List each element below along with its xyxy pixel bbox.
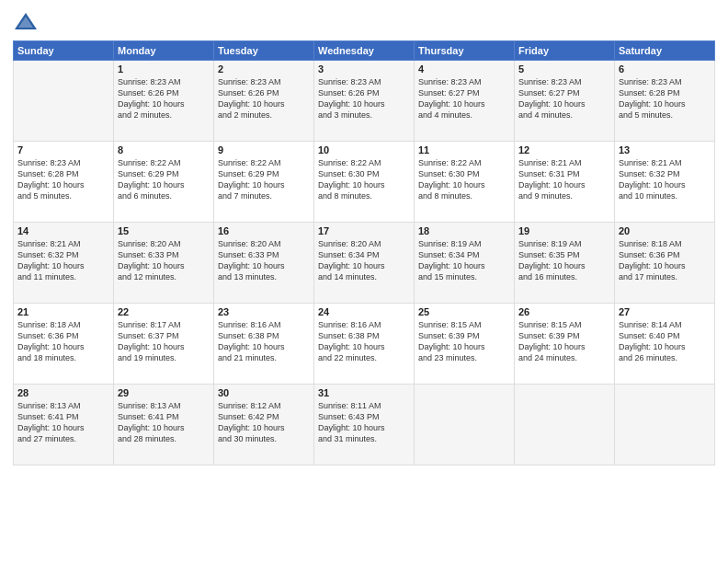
day-number: 31 <box>318 387 410 398</box>
day-number: 26 <box>518 306 610 317</box>
day-number: 7 <box>17 144 109 155</box>
day-cell: 18Sunrise: 8:19 AMSunset: 6:34 PMDayligh… <box>415 223 515 304</box>
day-info: Sunrise: 8:23 AMSunset: 6:27 PMDaylight:… <box>518 76 610 121</box>
day-cell <box>515 385 615 465</box>
day-info: Sunrise: 8:14 AMSunset: 6:40 PMDaylight:… <box>619 319 711 364</box>
day-cell <box>615 385 715 465</box>
day-info: Sunrise: 8:15 AMSunset: 6:39 PMDaylight:… <box>418 319 510 364</box>
day-info: Sunrise: 8:22 AMSunset: 6:29 PMDaylight:… <box>118 157 210 202</box>
day-number: 23 <box>218 306 310 317</box>
day-number: 15 <box>118 225 210 236</box>
day-cell: 30Sunrise: 8:12 AMSunset: 6:42 PMDayligh… <box>214 385 314 465</box>
day-info: Sunrise: 8:23 AMSunset: 6:27 PMDaylight:… <box>418 76 510 121</box>
day-info: Sunrise: 8:20 AMSunset: 6:33 PMDaylight:… <box>118 238 210 283</box>
day-number: 24 <box>318 306 410 317</box>
day-number: 29 <box>118 387 210 398</box>
header-cell-tuesday: Tuesday <box>214 41 314 61</box>
day-cell: 12Sunrise: 8:21 AMSunset: 6:31 PMDayligh… <box>515 142 615 223</box>
day-info: Sunrise: 8:20 AMSunset: 6:34 PMDaylight:… <box>318 238 410 283</box>
day-cell: 15Sunrise: 8:20 AMSunset: 6:33 PMDayligh… <box>114 223 214 304</box>
day-info: Sunrise: 8:18 AMSunset: 6:36 PMDaylight:… <box>619 238 711 283</box>
header-cell-thursday: Thursday <box>415 41 515 61</box>
day-cell: 9Sunrise: 8:22 AMSunset: 6:29 PMDaylight… <box>214 142 314 223</box>
page: SundayMondayTuesdayWednesdayThursdayFrid… <box>0 0 728 563</box>
day-number: 2 <box>218 63 310 75</box>
day-cell: 28Sunrise: 8:13 AMSunset: 6:41 PMDayligh… <box>14 385 114 465</box>
day-cell: 16Sunrise: 8:20 AMSunset: 6:33 PMDayligh… <box>214 223 314 304</box>
day-cell: 29Sunrise: 8:13 AMSunset: 6:41 PMDayligh… <box>114 385 214 465</box>
day-info: Sunrise: 8:23 AMSunset: 6:28 PMDaylight:… <box>619 76 711 121</box>
day-cell: 27Sunrise: 8:14 AMSunset: 6:40 PMDayligh… <box>615 304 715 385</box>
day-number: 12 <box>518 144 610 155</box>
day-info: Sunrise: 8:13 AMSunset: 6:41 PMDaylight:… <box>118 400 210 445</box>
logo <box>13 9 42 35</box>
day-cell: 13Sunrise: 8:21 AMSunset: 6:32 PMDayligh… <box>615 142 715 223</box>
logo-icon <box>13 9 39 35</box>
day-cell: 5Sunrise: 8:23 AMSunset: 6:27 PMDaylight… <box>515 61 615 142</box>
day-number: 27 <box>619 306 711 317</box>
week-row-4: 21Sunrise: 8:18 AMSunset: 6:36 PMDayligh… <box>14 304 715 385</box>
day-number: 10 <box>318 144 410 155</box>
day-cell: 17Sunrise: 8:20 AMSunset: 6:34 PMDayligh… <box>314 223 415 304</box>
day-cell <box>415 385 515 465</box>
day-info: Sunrise: 8:22 AMSunset: 6:29 PMDaylight:… <box>218 157 310 202</box>
day-info: Sunrise: 8:19 AMSunset: 6:34 PMDaylight:… <box>418 238 510 283</box>
week-row-5: 28Sunrise: 8:13 AMSunset: 6:41 PMDayligh… <box>14 385 715 465</box>
day-cell: 31Sunrise: 8:11 AMSunset: 6:43 PMDayligh… <box>314 385 415 465</box>
day-cell: 23Sunrise: 8:16 AMSunset: 6:38 PMDayligh… <box>214 304 314 385</box>
day-cell: 14Sunrise: 8:21 AMSunset: 6:32 PMDayligh… <box>14 223 114 304</box>
header-cell-saturday: Saturday <box>615 41 715 61</box>
day-cell: 3Sunrise: 8:23 AMSunset: 6:26 PMDaylight… <box>314 61 415 142</box>
day-cell: 11Sunrise: 8:22 AMSunset: 6:30 PMDayligh… <box>415 142 515 223</box>
day-info: Sunrise: 8:19 AMSunset: 6:35 PMDaylight:… <box>518 238 610 283</box>
day-info: Sunrise: 8:23 AMSunset: 6:26 PMDaylight:… <box>218 76 310 121</box>
day-number: 9 <box>218 144 310 155</box>
day-info: Sunrise: 8:16 AMSunset: 6:38 PMDaylight:… <box>318 319 410 364</box>
day-number: 5 <box>518 63 610 75</box>
day-info: Sunrise: 8:23 AMSunset: 6:28 PMDaylight:… <box>17 157 109 202</box>
day-number: 20 <box>619 225 711 236</box>
header-cell-friday: Friday <box>515 41 615 61</box>
day-info: Sunrise: 8:21 AMSunset: 6:32 PMDaylight:… <box>619 157 711 202</box>
day-number: 16 <box>218 225 310 236</box>
day-cell: 1Sunrise: 8:23 AMSunset: 6:26 PMDaylight… <box>114 61 214 142</box>
day-cell: 21Sunrise: 8:18 AMSunset: 6:36 PMDayligh… <box>14 304 114 385</box>
header-cell-monday: Monday <box>114 41 214 61</box>
day-number: 14 <box>17 225 109 236</box>
day-cell: 2Sunrise: 8:23 AMSunset: 6:26 PMDaylight… <box>214 61 314 142</box>
day-cell: 25Sunrise: 8:15 AMSunset: 6:39 PMDayligh… <box>415 304 515 385</box>
day-info: Sunrise: 8:22 AMSunset: 6:30 PMDaylight:… <box>418 157 510 202</box>
day-number: 18 <box>418 225 510 236</box>
day-number: 30 <box>218 387 310 398</box>
day-info: Sunrise: 8:12 AMSunset: 6:42 PMDaylight:… <box>218 400 310 445</box>
day-number: 11 <box>418 144 510 155</box>
day-info: Sunrise: 8:20 AMSunset: 6:33 PMDaylight:… <box>218 238 310 283</box>
day-number: 8 <box>118 144 210 155</box>
day-cell: 6Sunrise: 8:23 AMSunset: 6:28 PMDaylight… <box>615 61 715 142</box>
day-info: Sunrise: 8:16 AMSunset: 6:38 PMDaylight:… <box>218 319 310 364</box>
week-row-3: 14Sunrise: 8:21 AMSunset: 6:32 PMDayligh… <box>14 223 715 304</box>
day-info: Sunrise: 8:15 AMSunset: 6:39 PMDaylight:… <box>518 319 610 364</box>
day-cell: 22Sunrise: 8:17 AMSunset: 6:37 PMDayligh… <box>114 304 214 385</box>
day-cell: 26Sunrise: 8:15 AMSunset: 6:39 PMDayligh… <box>515 304 615 385</box>
day-info: Sunrise: 8:18 AMSunset: 6:36 PMDaylight:… <box>17 319 109 364</box>
day-number: 13 <box>619 144 711 155</box>
day-number: 21 <box>17 306 109 317</box>
day-cell: 8Sunrise: 8:22 AMSunset: 6:29 PMDaylight… <box>114 142 214 223</box>
day-number: 4 <box>418 63 510 75</box>
day-info: Sunrise: 8:11 AMSunset: 6:43 PMDaylight:… <box>318 400 410 445</box>
day-cell: 24Sunrise: 8:16 AMSunset: 6:38 PMDayligh… <box>314 304 415 385</box>
day-info: Sunrise: 8:21 AMSunset: 6:31 PMDaylight:… <box>518 157 610 202</box>
day-number: 22 <box>118 306 210 317</box>
week-row-1: 1Sunrise: 8:23 AMSunset: 6:26 PMDaylight… <box>14 61 715 142</box>
day-info: Sunrise: 8:13 AMSunset: 6:41 PMDaylight:… <box>17 400 109 445</box>
header-cell-wednesday: Wednesday <box>314 41 415 61</box>
day-info: Sunrise: 8:23 AMSunset: 6:26 PMDaylight:… <box>118 76 210 121</box>
day-number: 19 <box>518 225 610 236</box>
day-cell: 4Sunrise: 8:23 AMSunset: 6:27 PMDaylight… <box>415 61 515 142</box>
day-number: 3 <box>318 63 410 75</box>
week-row-2: 7Sunrise: 8:23 AMSunset: 6:28 PMDaylight… <box>14 142 715 223</box>
day-number: 6 <box>619 63 711 75</box>
day-info: Sunrise: 8:22 AMSunset: 6:30 PMDaylight:… <box>318 157 410 202</box>
day-info: Sunrise: 8:21 AMSunset: 6:32 PMDaylight:… <box>17 238 109 283</box>
